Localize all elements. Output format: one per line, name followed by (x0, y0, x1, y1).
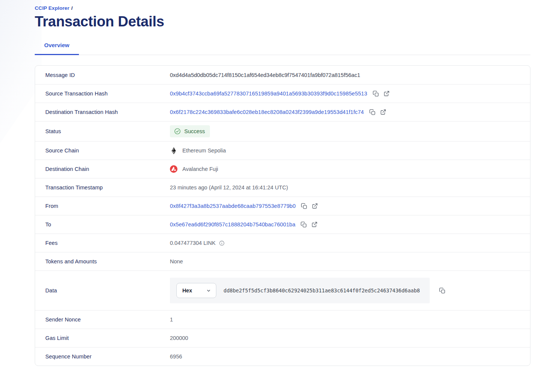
status-text: Success (184, 128, 205, 134)
copy-icon[interactable] (301, 203, 307, 209)
table-row-tokens: Tokens and Amounts None (35, 252, 530, 271)
row-label: Destination Chain (35, 166, 170, 172)
row-label: To (35, 221, 170, 228)
check-circle-icon (174, 128, 181, 135)
external-link-icon[interactable] (312, 203, 318, 209)
table-row-sender-nonce: Sender Nonce 1 (35, 310, 530, 329)
copy-icon[interactable] (439, 287, 446, 294)
sender-nonce-value: 1 (170, 317, 173, 323)
table-row-source-tx-hash: Source Transaction Hash 0x9b4cf3743ccba6… (35, 84, 530, 103)
row-label: Source Transaction Hash (35, 91, 170, 97)
fees-value: 0.047477304 LINK (170, 240, 216, 246)
status-badge: Success (170, 125, 210, 137)
table-row-to: To 0x5e67ea6d6f290f857c1888204b7540bac76… (35, 215, 530, 234)
table-row-timestamp: Transaction Timestamp 23 minutes ago (Ap… (35, 178, 530, 197)
sequence-number-value: 6956 (170, 354, 182, 360)
transaction-details-card: Message ID 0xd4d4a5d0db05dc714f8150c1af6… (35, 65, 530, 366)
source-tx-hash-link[interactable]: 0x9b4cf3743ccba69fa5277830716519859a9401… (170, 91, 367, 97)
row-label: Message ID (35, 72, 170, 78)
data-format-select[interactable]: Hex (176, 283, 216, 298)
table-row-message-id: Message ID 0xd4d4a5d0db05dc714f8150c1af6… (35, 66, 530, 84)
row-label: From (35, 203, 170, 209)
tab-overview[interactable]: Overview (35, 42, 79, 55)
table-row-fees: Fees 0.047477304 LINK (35, 234, 530, 252)
row-label: Fees (35, 240, 170, 246)
avalanche-icon (170, 165, 177, 173)
row-label: Sequence Number (35, 354, 170, 360)
table-row-from: From 0x8f427f3a3a8b2537aabde68caab797553… (35, 197, 530, 215)
copy-icon[interactable] (373, 91, 379, 97)
copy-icon[interactable] (369, 109, 376, 115)
table-row-gas-limit: Gas Limit 200000 (35, 329, 530, 347)
table-row-dest-chain: Destination Chain Avalanche Fuji (35, 160, 530, 178)
row-label: Tokens and Amounts (35, 258, 170, 264)
breadcrumb: CCIP Explorer/ (35, 5, 530, 11)
tokens-value: None (170, 258, 183, 264)
external-link-icon[interactable] (380, 109, 386, 115)
info-icon[interactable] (219, 240, 225, 246)
data-hex-value: dd8be2f5f5d5cf3b8640c62924025b311ae83c61… (224, 287, 420, 294)
chevron-down-icon (206, 288, 211, 293)
from-address-link[interactable]: 0x8f427f3a3a8b2537aabde68caab797553e8779… (170, 203, 296, 209)
row-label: Status (35, 128, 170, 134)
timestamp-value: 23 minutes ago (April 12, 2024 at 16:41:… (170, 184, 288, 191)
ethereum-icon (170, 147, 177, 154)
row-label: Destination Transaction Hash (35, 109, 170, 115)
breadcrumb-link-ccip-explorer[interactable]: CCIP Explorer (35, 5, 69, 11)
table-row-status: Status Success (35, 121, 530, 141)
row-label: Gas Limit (35, 335, 170, 341)
data-format-selected: Hex (182, 287, 192, 294)
dest-chain-name: Avalanche Fuji (182, 166, 218, 172)
copy-icon[interactable] (301, 221, 307, 228)
page-title: Transaction Details (35, 14, 530, 30)
tab-bar: Overview (35, 42, 530, 55)
source-chain-name: Ethereum Sepolia (182, 148, 226, 154)
row-label: Transaction Timestamp (35, 184, 170, 191)
data-box: Hex dd8be2f5f5d5cf3b8640c62924025b311ae8… (170, 278, 430, 303)
table-row-sequence-number: Sequence Number 6956 (35, 347, 530, 366)
table-row-data: Data Hex dd8be2f5f5d5cf3b8640c62924025b3… (35, 271, 530, 310)
gas-limit-value: 200000 (170, 335, 188, 341)
page: CCIP Explorer/ Transaction Details Overv… (0, 0, 555, 366)
breadcrumb-separator: / (71, 5, 73, 11)
to-address-link[interactable]: 0x5e67ea6d6f290f857c1888204b7540bac76001… (170, 221, 295, 228)
external-link-icon[interactable] (384, 91, 390, 97)
external-link-icon[interactable] (311, 221, 318, 228)
table-row-source-chain: Source Chain Ethereum Sepolia (35, 141, 530, 160)
table-row-dest-tx-hash: Destination Transaction Hash 0x6f2178c22… (35, 103, 530, 121)
dest-tx-hash-link[interactable]: 0x6f2178c224c369833bafe6c028eb18ec8208a0… (170, 109, 364, 115)
row-label: Data (35, 287, 170, 294)
message-id-value: 0xd4d4a5d0db05dc714f8150c1af654ed34eb8c9… (170, 72, 360, 78)
row-label: Sender Nonce (35, 317, 170, 323)
row-label: Source Chain (35, 148, 170, 154)
